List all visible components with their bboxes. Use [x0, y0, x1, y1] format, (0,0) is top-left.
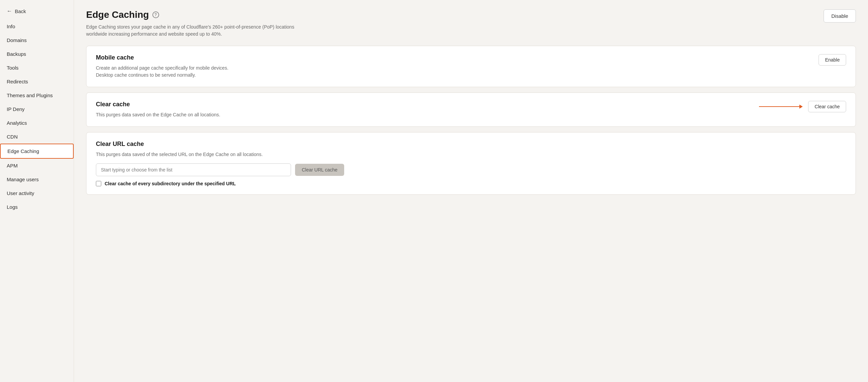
clear-cache-button[interactable]: Clear cache: [808, 101, 846, 112]
mobile-cache-card-header: Mobile cache Create an additional page c…: [96, 54, 846, 79]
sidebar-item-apm[interactable]: APM: [0, 159, 74, 172]
sidebar-item-logs[interactable]: Logs: [0, 200, 74, 214]
sidebar-item-cdn[interactable]: CDN: [0, 130, 74, 144]
sidebar-item-manage-users[interactable]: Manage users: [0, 172, 74, 186]
sidebar-item-ip-deny[interactable]: IP Deny: [0, 102, 74, 116]
mobile-cache-title: Mobile cache: [96, 54, 228, 61]
sidebar-item-domains[interactable]: Domains: [0, 33, 74, 47]
clear-url-cache-title: Clear URL cache: [96, 140, 846, 148]
sidebar-item-backups[interactable]: Backups: [0, 47, 74, 61]
mobile-cache-card-body: Mobile cache Create an additional page c…: [96, 54, 228, 79]
sidebar-item-redirects[interactable]: Redirects: [0, 75, 74, 89]
back-button[interactable]: ← Back: [0, 5, 74, 20]
sidebar-item-user-activity[interactable]: User activity: [0, 186, 74, 200]
arrow-line-body: [759, 106, 799, 107]
subdirectory-checkbox-label[interactable]: Clear cache of every subdirectory under …: [105, 181, 236, 186]
sidebar-item-edge-caching[interactable]: Edge Caching: [0, 144, 74, 159]
sidebar-item-info[interactable]: Info: [0, 20, 74, 33]
main-content: Edge Caching ? Edge Caching stores your …: [74, 0, 868, 382]
subdirectory-checkbox[interactable]: [96, 181, 101, 186]
arrow-indicator: [759, 104, 803, 108]
clear-cache-action: Clear cache: [759, 101, 846, 112]
enable-button[interactable]: Enable: [818, 54, 846, 66]
clear-cache-card-body: Clear cache This purges data saved on th…: [96, 101, 220, 118]
clear-url-cache-button[interactable]: Clear URL cache: [295, 164, 344, 176]
subdirectory-checkbox-row: Clear cache of every subdirectory under …: [96, 181, 846, 186]
sidebar-item-themes-plugins[interactable]: Themes and Plugins: [0, 89, 74, 102]
page-title-area: Edge Caching ? Edge Caching stores your …: [86, 9, 302, 38]
page-description: Edge Caching stores your page cache in a…: [86, 24, 302, 38]
sidebar: ← Back Info Domains Backups Tools Redire…: [0, 0, 74, 382]
page-title: Edge Caching ?: [86, 9, 302, 20]
mobile-cache-card: Mobile cache Create an additional page c…: [86, 46, 856, 87]
page-header: Edge Caching ? Edge Caching stores your …: [86, 9, 856, 38]
clear-cache-title: Clear cache: [96, 101, 220, 108]
mobile-cache-description: Create an additional page cache specific…: [96, 65, 228, 79]
clear-cache-card: Clear cache This purges data saved on th…: [86, 93, 856, 127]
url-cache-input[interactable]: [96, 163, 291, 176]
back-arrow-icon: ←: [7, 8, 12, 14]
back-label: Back: [15, 8, 26, 14]
clear-url-cache-card: Clear URL cache This purges data saved o…: [86, 132, 856, 195]
sidebar-item-analytics[interactable]: Analytics: [0, 116, 74, 130]
help-icon[interactable]: ?: [152, 11, 159, 18]
disable-button[interactable]: Disable: [824, 9, 856, 23]
url-cache-section: Clear URL cache: [96, 163, 846, 176]
arrow-line-head: [799, 104, 803, 108]
clear-url-cache-description: This purges data saved of the selected U…: [96, 151, 846, 158]
clear-cache-card-header: Clear cache This purges data saved on th…: [96, 101, 846, 118]
clear-cache-description: This purges data saved on the Edge Cache…: [96, 111, 220, 118]
sidebar-item-tools[interactable]: Tools: [0, 61, 74, 75]
